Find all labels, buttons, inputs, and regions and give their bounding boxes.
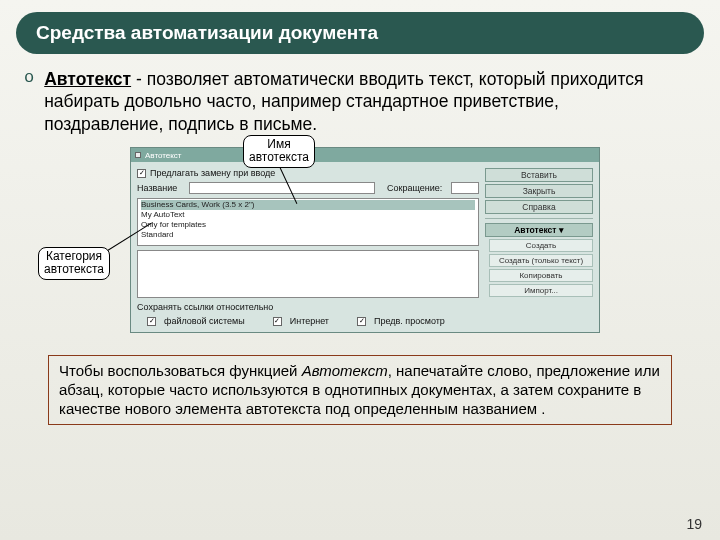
callout-category: Категория автотекста bbox=[38, 247, 110, 279]
close-button[interactable]: Закрыть bbox=[485, 184, 593, 198]
autotext-button[interactable]: Автотекст ▾ bbox=[485, 223, 593, 237]
suggest-label: Предлагать замену при вводе bbox=[150, 168, 275, 178]
dialog-left: ✓ Предлагать замену при вводе Название С… bbox=[137, 168, 479, 326]
screenshot-wrapper: Имя автотекста Категория автотекста Авто… bbox=[48, 147, 682, 333]
name-input[interactable] bbox=[189, 182, 375, 194]
callout-name-text: Имя автотекста bbox=[249, 137, 309, 164]
dialog-buttons: Вставить Закрыть Справка Автотекст ▾ Соз… bbox=[485, 168, 593, 326]
fs-checkbox[interactable]: ✓ bbox=[147, 317, 156, 326]
slide-title: Средства автоматизации документа bbox=[36, 22, 378, 43]
sys-icon bbox=[135, 152, 141, 158]
slide-title-bar: Средства автоматизации документа bbox=[16, 12, 704, 54]
list-item[interactable]: Business Cards, Work (3.5 x 2") bbox=[141, 200, 475, 210]
list-item[interactable]: Only for templates bbox=[141, 220, 475, 230]
bullet-marker: o bbox=[24, 68, 34, 135]
preview-checkbox[interactable]: ✓ bbox=[357, 317, 366, 326]
bullet-text: - позволяет автоматически вводить текст,… bbox=[44, 69, 643, 134]
suggest-checkbox[interactable]: ✓ bbox=[137, 169, 146, 178]
callout-category-text: Категория автотекста bbox=[44, 249, 104, 276]
name-label: Название bbox=[137, 183, 185, 193]
insert-button[interactable]: Вставить bbox=[485, 168, 593, 182]
bullet-paragraph: Автотекст - позволяет автоматически ввод… bbox=[44, 68, 682, 135]
list-item[interactable]: My AutoText bbox=[141, 210, 475, 220]
term-autotext: Автотекст bbox=[44, 69, 131, 89]
button-divider bbox=[485, 218, 593, 219]
preview-box bbox=[137, 250, 479, 298]
bullet-item: o Автотекст - позволяет автоматически вв… bbox=[48, 68, 682, 135]
save-links-row: Сохранять ссылки относительно bbox=[137, 302, 479, 312]
shortcut-input[interactable] bbox=[451, 182, 479, 194]
note-prefix: Чтобы воспользоваться функцией bbox=[59, 362, 302, 379]
name-row: Название Сокращение: bbox=[137, 182, 479, 194]
save-links-label: Сохранять ссылки относительно bbox=[137, 302, 273, 312]
note-box: Чтобы воспользоваться функцией Автотекст… bbox=[48, 355, 672, 425]
autotext-dialog: Автотекст ✓ Предлагать замену при вводе … bbox=[130, 147, 600, 333]
new-text-button[interactable]: Создать (только текст) bbox=[489, 254, 593, 267]
inet-checkbox[interactable]: ✓ bbox=[273, 317, 282, 326]
radio-row: ✓ файловой системы ✓ Интернет ✓ Предв. п… bbox=[147, 316, 479, 326]
preview-label: Предв. просмотр bbox=[374, 316, 445, 326]
dialog-body: ✓ Предлагать замену при вводе Название С… bbox=[131, 162, 599, 332]
category-listbox[interactable]: Business Cards, Work (3.5 x 2") My AutoT… bbox=[137, 198, 479, 246]
help-button[interactable]: Справка bbox=[485, 200, 593, 214]
dialog-titlebar: Автотекст bbox=[131, 148, 599, 162]
checkbox-row: ✓ Предлагать замену при вводе bbox=[137, 168, 479, 178]
list-item[interactable]: Standard bbox=[141, 230, 475, 240]
callout-name: Имя автотекста bbox=[243, 135, 315, 167]
content-area: o Автотекст - позволяет автоматически вв… bbox=[0, 54, 720, 333]
new-button[interactable]: Создать bbox=[489, 239, 593, 252]
page-number: 19 bbox=[686, 516, 702, 532]
radio-inet: Интернет bbox=[290, 316, 329, 326]
dialog-title: Автотекст bbox=[145, 151, 182, 160]
note-em: Автотекст bbox=[302, 362, 388, 379]
radio-fs: файловой системы bbox=[164, 316, 245, 326]
shortcut-label: Сокращение: bbox=[387, 183, 447, 193]
import-button[interactable]: Импорт... bbox=[489, 284, 593, 297]
copy-button[interactable]: Копировать bbox=[489, 269, 593, 282]
